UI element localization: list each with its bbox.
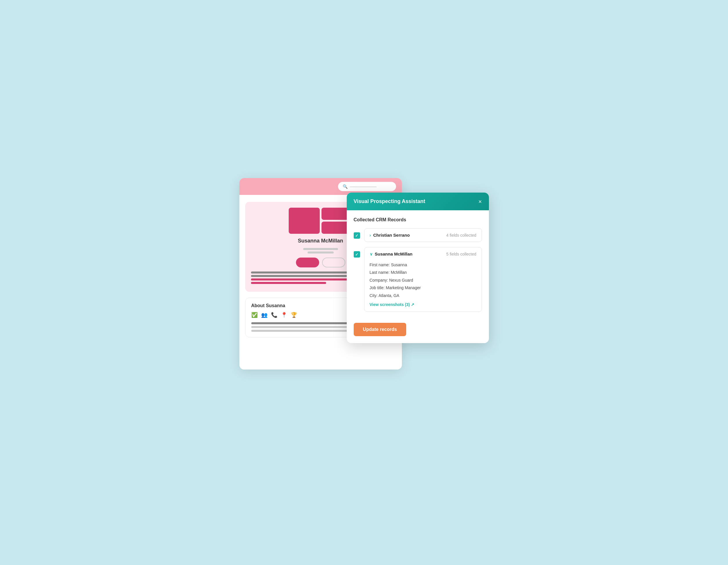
field-lastname: Last name: McMillan [370, 269, 476, 276]
search-placeholder-text: ────────── [350, 185, 377, 189]
record-name-row-susanna: ∨ Susanna McMillan [370, 252, 413, 257]
icon-people: 👥 [261, 312, 268, 318]
record-name-susanna: Susanna McMillan [375, 252, 413, 257]
record-card-header-susanna: ∨ Susanna McMillan 5 fields collected [364, 248, 482, 261]
field-jobtitle: Job title: Marketing Manager [370, 284, 476, 291]
record-name-christian: Christian Serrano [373, 233, 410, 238]
panel-header: Visual Prospecting Assistant × [347, 193, 489, 210]
detail-line-4 [251, 282, 326, 284]
record-card-susanna: ∨ Susanna McMillan 5 fields collected Fi… [364, 247, 482, 312]
search-bar[interactable]: 🔍 ────────── [338, 182, 396, 191]
fields-count-susanna: 5 fields collected [446, 252, 476, 257]
section-title: Collected CRM Records [354, 217, 482, 223]
chevron-icon-susanna: ∨ [370, 252, 373, 257]
checkbox-susanna[interactable]: ✓ [354, 251, 360, 258]
line-2 [308, 252, 334, 254]
field-company: Company: Nexus Guard [370, 277, 476, 283]
panel-title: Visual Prospecting Assistant [354, 199, 425, 205]
record-fields-susanna: First name: Susanna Last name: McMillan … [364, 261, 482, 311]
line-1 [303, 248, 338, 250]
chevron-icon-christian: › [370, 233, 371, 238]
about-line-3 [251, 330, 348, 332]
checkbox-christian[interactable]: ✓ [354, 232, 360, 239]
button-pink[interactable] [296, 258, 319, 268]
view-screenshots-link[interactable]: View screenshots (3) ↗ [370, 302, 476, 307]
record-card-christian: › Christian Serrano 4 fields collected [364, 228, 482, 242]
icon-trophy: 🏆 [291, 312, 297, 318]
icon-phone: 📞 [271, 312, 277, 318]
panel-body: Collected CRM Records ✓ › Christian Serr… [347, 210, 489, 312]
profile-name: Susanna McMillan [298, 238, 343, 244]
checkmark-christian: ✓ [355, 234, 358, 238]
record-row-christian: ✓ › Christian Serrano 4 fields collected [354, 228, 482, 242]
field-city: City: Atlanta, GA [370, 292, 476, 299]
checkmark-susanna: ✓ [355, 252, 358, 257]
search-icon: 🔍 [343, 184, 348, 189]
button-outline[interactable] [322, 258, 345, 268]
icon-verified: ✅ [251, 312, 258, 318]
profile-image-large [289, 208, 320, 234]
icon-location: 📍 [281, 312, 287, 318]
fields-count-christian: 4 fields collected [446, 233, 476, 238]
record-row-susanna: ✓ ∨ Susanna McMillan 5 fields collected … [354, 247, 482, 312]
profile-images [289, 208, 353, 234]
update-records-button[interactable]: Update records [354, 323, 406, 336]
close-button[interactable]: × [478, 199, 482, 205]
panel-footer: Update records [347, 317, 489, 343]
scene: 🔍 ────────── Susanna McMillan [239, 178, 489, 387]
field-firstname: First name: Susanna [370, 262, 476, 268]
prospecting-panel: Visual Prospecting Assistant × Collected… [347, 193, 489, 343]
record-name-row-christian: › Christian Serrano [370, 233, 410, 238]
detail-line-2 [251, 275, 351, 277]
record-card-header-christian: › Christian Serrano 4 fields collected [364, 229, 482, 242]
profile-buttons [296, 258, 345, 268]
